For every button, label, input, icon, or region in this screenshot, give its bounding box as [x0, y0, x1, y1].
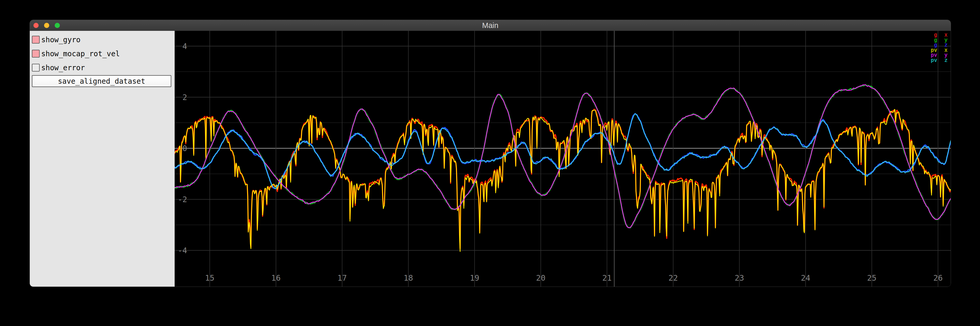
legend-entry-pv-z: pvz	[924, 58, 948, 63]
app-window: Main show_gyro show_mocap_rot_vel show_e…	[30, 20, 951, 287]
titlebar[interactable]: Main	[30, 20, 951, 31]
checkbox-show-mocap-rot-vel[interactable]	[32, 50, 40, 57]
checkbox-label: show_mocap_rot_vel	[41, 49, 120, 58]
checkbox-row-show-error[interactable]: show_error	[32, 63, 85, 72]
checkbox-show-gyro[interactable]	[32, 36, 40, 43]
checkbox-label: show_error	[41, 64, 85, 72]
series-g-y	[175, 85, 951, 228]
window-title: Main	[30, 20, 951, 31]
save-aligned-dataset-button[interactable]: save_aligned_dataset	[32, 75, 171, 87]
legend: gxgygzpvxpvypvz	[924, 32, 948, 63]
series-pv-y	[175, 85, 951, 228]
plot-area[interactable]: 420-2-4 151617181920212223242526 gxgygzp…	[175, 31, 951, 287]
checkbox-row-show-gyro[interactable]: show_gyro	[32, 35, 81, 44]
checkbox-row-show-mocap-rot-vel[interactable]: show_mocap_rot_vel	[32, 49, 120, 58]
curves-layer	[175, 31, 951, 287]
screen: Main show_gyro show_mocap_rot_vel show_e…	[0, 0, 980, 326]
sidebar: show_gyro show_mocap_rot_vel show_error …	[30, 31, 175, 287]
checkbox-show-error[interactable]	[32, 64, 40, 72]
checkbox-label: show_gyro	[41, 35, 81, 44]
